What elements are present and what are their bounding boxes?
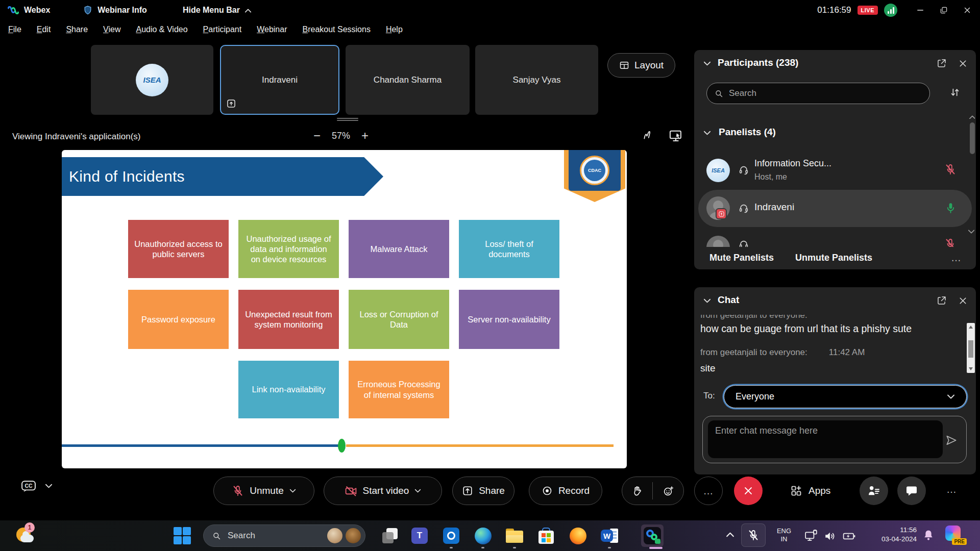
copilot-pre-badge: PRE xyxy=(952,538,967,545)
file-explorer-icon[interactable] xyxy=(503,524,526,547)
tray-battery-icon[interactable] xyxy=(842,530,856,543)
remote-control-icon[interactable] xyxy=(669,129,683,143)
menu-item-help[interactable]: Help xyxy=(386,25,403,34)
leave-meeting-button[interactable] xyxy=(734,477,763,505)
tray-show-hidden-icon[interactable] xyxy=(726,532,734,537)
scrollbar-thumb[interactable] xyxy=(970,122,975,154)
participant-row-host[interactable]: ISEA Information Secu... Host, me xyxy=(694,153,976,189)
microsoft-store-icon[interactable] xyxy=(535,524,557,547)
participants-search-input[interactable] xyxy=(729,88,922,98)
apps-button[interactable]: Apps xyxy=(790,477,830,505)
slide-progress-right xyxy=(346,444,614,447)
menu-item-audio-video[interactable]: Audio & Video xyxy=(136,25,187,34)
outlook-icon[interactable] xyxy=(440,524,462,547)
mute-panelists-button[interactable]: Mute Panelists xyxy=(709,253,774,263)
more-options-button[interactable]: … xyxy=(694,477,723,505)
minimize-button[interactable] xyxy=(912,3,929,17)
participant-row-indraveni[interactable]: Indraveni xyxy=(698,190,972,227)
layout-label: Layout xyxy=(634,60,664,71)
share-screen-icon xyxy=(462,485,473,496)
record-button[interactable]: Record xyxy=(529,477,602,505)
close-button[interactable] xyxy=(959,3,976,17)
taskbar-weather-widget[interactable]: 1 xyxy=(15,525,36,546)
scroll-down-icon[interactable] xyxy=(969,367,973,370)
share-button[interactable]: Share xyxy=(452,477,514,505)
menu-item-participant[interactable]: Participant xyxy=(203,25,242,34)
participant-name: Information Secu... xyxy=(754,158,831,169)
participants-more-button[interactable]: … xyxy=(951,252,962,264)
teams-icon[interactable]: T xyxy=(408,524,431,547)
word-icon[interactable]: W xyxy=(598,524,621,547)
chat-toggle-button[interactable] xyxy=(897,477,926,505)
menu-item-view[interactable]: View xyxy=(103,25,120,34)
task-view-icon[interactable] xyxy=(379,524,401,547)
zoom-in-button[interactable]: + xyxy=(358,129,372,143)
collapse-participants-icon[interactable] xyxy=(703,61,711,66)
start-button[interactable] xyxy=(174,527,191,544)
scroll-up-icon[interactable] xyxy=(968,114,975,119)
popout-icon[interactable] xyxy=(936,295,947,306)
mic-on-icon[interactable] xyxy=(944,202,957,214)
scroll-down-icon[interactable] xyxy=(968,230,975,234)
video-tile-indraveni[interactable]: Indraveni xyxy=(220,45,339,115)
reactions-button[interactable] xyxy=(622,477,684,505)
participants-toggle-button[interactable] xyxy=(860,477,888,505)
chevron-down-icon[interactable] xyxy=(45,484,53,489)
copilot-icon[interactable]: PRE xyxy=(945,525,961,541)
unmute-panelists-button[interactable]: Unmute Panelists xyxy=(795,253,872,263)
restore-button[interactable] xyxy=(935,3,952,17)
firefox-icon[interactable] xyxy=(567,524,589,547)
chevron-up-icon[interactable] xyxy=(244,8,252,13)
connection-quality-icon[interactable] xyxy=(884,4,897,17)
annotate-icon[interactable] xyxy=(642,129,655,142)
collapse-chat-icon[interactable] xyxy=(703,298,711,304)
zoom-out-button[interactable]: − xyxy=(310,129,324,143)
closed-captions-button[interactable]: CC xyxy=(20,479,53,494)
layout-button[interactable]: Layout xyxy=(607,53,675,78)
tray-volume-icon[interactable] xyxy=(824,530,837,543)
start-video-button[interactable]: Start video xyxy=(324,477,442,505)
hide-menu-bar-button[interactable]: Hide Menu Bar xyxy=(183,6,240,15)
video-tile-sanjay[interactable]: Sanjay Vyas xyxy=(475,45,598,115)
slide-box: Loss/ theft of documents xyxy=(459,220,559,278)
tray-mic-muted-icon[interactable] xyxy=(741,523,766,547)
webinar-info-button[interactable]: Webinar Info xyxy=(97,6,147,15)
participants-panel: Participants (238) Panelists (4) ISEA In… xyxy=(694,50,976,269)
recipient-select[interactable]: Everyone xyxy=(724,385,967,408)
tray-notifications-bell-icon[interactable] xyxy=(922,529,935,542)
tray-display-icon[interactable] xyxy=(804,530,818,543)
mic-muted-icon[interactable] xyxy=(944,163,957,176)
menu-item-edit[interactable]: Edit xyxy=(37,25,51,34)
chevron-down-icon[interactable] xyxy=(289,489,296,493)
unmute-button[interactable]: Unmute xyxy=(213,477,314,505)
collapse-panelists-icon[interactable] xyxy=(703,131,711,136)
emoji-reactions-icon[interactable] xyxy=(663,485,674,497)
running-indicator xyxy=(608,547,611,548)
raise-hand-icon[interactable] xyxy=(631,485,643,497)
scrollbar-thumb[interactable] xyxy=(968,340,973,358)
send-icon[interactable] xyxy=(945,434,958,447)
menu-item-webinar[interactable]: Webinar xyxy=(257,25,287,34)
language-indicator[interactable]: ENGIN xyxy=(774,527,794,544)
close-panel-icon[interactable] xyxy=(958,58,968,69)
dock-more-button[interactable]: … xyxy=(946,484,957,495)
video-tile-host[interactable]: ISEA xyxy=(91,45,213,115)
scroll-up-icon[interactable] xyxy=(969,325,973,329)
taskbar-search[interactable]: Search xyxy=(203,524,365,547)
webex-taskbar-icon[interactable] xyxy=(641,524,664,547)
video-tile-chandan[interactable]: Chandan Sharma xyxy=(346,45,470,115)
sort-icon[interactable] xyxy=(949,87,961,98)
menu-item-file[interactable]: File xyxy=(8,25,21,34)
menu-item-share[interactable]: Share xyxy=(66,25,88,34)
participants-search[interactable] xyxy=(706,83,930,104)
edge-icon[interactable] xyxy=(472,524,494,547)
tray-clock[interactable]: 11:56 03-04-2024 xyxy=(868,525,917,543)
chat-scrollbar[interactable] xyxy=(967,323,975,373)
filmstrip-resize-handle[interactable] xyxy=(337,118,358,121)
chat-message-input[interactable] xyxy=(708,420,943,458)
menu-item-breakout-sessions[interactable]: Breakout Sessions xyxy=(303,25,371,34)
chevron-down-icon[interactable] xyxy=(414,489,421,493)
close-panel-icon[interactable] xyxy=(958,295,968,306)
popout-icon[interactable] xyxy=(936,58,947,69)
isea-avatar: ISEA xyxy=(136,64,168,96)
